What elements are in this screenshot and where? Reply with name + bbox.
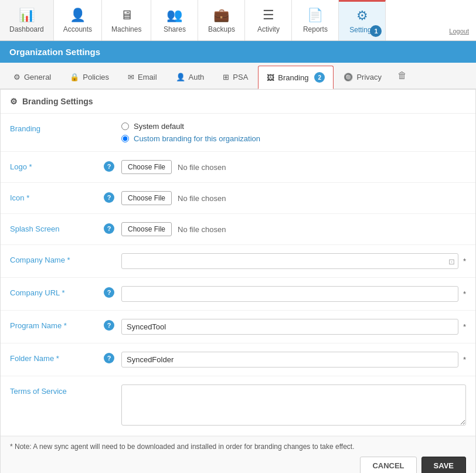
- privacy-tab-icon: 🔘: [344, 73, 353, 81]
- splash-choose-file-button[interactable]: Choose File: [121, 222, 172, 236]
- tab-psa[interactable]: ⊞ PSA: [214, 66, 257, 87]
- terms-field-row: Terms of Service: [1, 376, 475, 436]
- policies-tab-icon: 🔒: [70, 73, 79, 81]
- program-name-help-icon[interactable]: ?: [104, 320, 114, 331]
- nav-label-activity: Activity: [257, 25, 280, 33]
- email-tab-icon: ✉: [128, 73, 134, 81]
- splash-control: Choose File No file chosen: [121, 222, 466, 236]
- company-name-input-wrapper: ⊡: [121, 253, 458, 269]
- terms-label: Terms of Service: [10, 384, 104, 396]
- icon-control: Choose File No file chosen: [121, 191, 466, 205]
- folder-name-help: ?: [104, 352, 121, 363]
- icon-help-icon[interactable]: ?: [104, 192, 114, 203]
- folder-name-help-icon[interactable]: ?: [104, 353, 114, 363]
- footer-note: * Note: A new sync agent will need to be…: [10, 443, 466, 451]
- company-url-field-row: Company URL * ? *: [1, 278, 475, 311]
- logo-control: Choose File No file chosen: [121, 160, 466, 174]
- branding-label: Branding: [10, 122, 104, 133]
- company-url-input[interactable]: [121, 286, 458, 302]
- company-name-required-star: *: [463, 257, 466, 266]
- company-url-label: Company URL *: [10, 286, 104, 297]
- branding-tab-badge: 2: [314, 72, 325, 83]
- nav-item-machines[interactable]: 🖥 Machines: [102, 0, 151, 40]
- branding-field-row: Branding System default Custom branding …: [1, 114, 475, 152]
- tab-privacy[interactable]: 🔘 Privacy: [335, 66, 390, 87]
- logout-button[interactable]: Logout: [447, 26, 471, 36]
- logo-help: ?: [104, 160, 121, 172]
- auth-tab-icon: 👤: [176, 73, 185, 81]
- branding-tab-icon: 🖼: [267, 73, 274, 82]
- icon-help: ?: [104, 191, 121, 203]
- program-name-input-row: *: [121, 319, 466, 335]
- splash-help-icon[interactable]: ?: [104, 223, 114, 234]
- company-name-control: ⊡ *: [121, 253, 466, 269]
- company-name-input[interactable]: [121, 253, 458, 269]
- splash-help: ?: [104, 222, 121, 234]
- terms-textarea[interactable]: [121, 384, 466, 426]
- branding-settings-icon: ⚙: [10, 97, 18, 106]
- tab-general[interactable]: ⚙ General: [5, 66, 60, 87]
- nav-item-dashboard[interactable]: 📊 Dashboard: [0, 0, 54, 40]
- icon-choose-file-button[interactable]: Choose File: [121, 191, 172, 205]
- company-name-help-spacer: [104, 253, 121, 254]
- logout-area: Logout: [442, 0, 476, 40]
- backups-icon: 💼: [213, 8, 229, 23]
- tab-label-privacy: Privacy: [356, 73, 382, 81]
- nav-label-machines: Machines: [111, 25, 141, 33]
- system-default-label: System default: [134, 122, 184, 131]
- custom-branding-radio[interactable]: [121, 135, 129, 142]
- program-name-input[interactable]: [121, 319, 458, 335]
- tab-label-psa: PSA: [233, 73, 248, 81]
- logo-file-row: Choose File No file chosen: [121, 160, 466, 174]
- folder-name-input[interactable]: [121, 352, 458, 367]
- splash-label: Splash Screen: [10, 222, 104, 233]
- icon-no-file-text: No file chosen: [178, 194, 226, 203]
- top-navigation: 📊 Dashboard 👤 Accounts 🖥 Machines 👥 Shar…: [0, 0, 476, 41]
- company-url-help-icon[interactable]: ?: [104, 287, 114, 298]
- nav-label-accounts: Accounts: [63, 25, 92, 33]
- nav-item-backups[interactable]: 💼 Backups: [198, 0, 245, 40]
- program-name-help: ?: [104, 319, 121, 331]
- nav-item-accounts[interactable]: 👤 Accounts: [54, 0, 102, 40]
- logo-no-file-text: No file chosen: [178, 163, 226, 172]
- nav-item-reports[interactable]: 📄 Reports: [292, 0, 339, 40]
- tab-label-policies: Policies: [83, 73, 109, 81]
- settings-icon: ⚙: [356, 8, 368, 23]
- tab-email[interactable]: ✉ Email: [119, 66, 166, 87]
- nav-label-reports: Reports: [303, 25, 328, 33]
- logo-field-row: Logo * ? Choose File No file chosen: [1, 152, 475, 183]
- psa-tab-icon: ⊞: [223, 73, 229, 81]
- section-header: Organization Settings: [0, 41, 476, 63]
- folder-name-control: *: [121, 352, 466, 367]
- tab-label-email: Email: [138, 73, 157, 81]
- tab-label-general: General: [24, 73, 51, 81]
- system-default-option[interactable]: System default: [121, 122, 466, 131]
- dashboard-icon: 📊: [19, 8, 35, 23]
- nav-item-activity[interactable]: ☰ Activity: [245, 0, 292, 40]
- branding-options: System default Custom branding for this …: [121, 122, 466, 143]
- logo-help-icon[interactable]: ?: [104, 161, 114, 172]
- machines-icon: 🖥: [120, 8, 133, 23]
- tab-delete-button[interactable]: 🗑: [392, 64, 413, 87]
- company-name-field-row: Company Name * ⊡ *: [1, 245, 475, 278]
- logo-choose-file-button[interactable]: Choose File: [121, 160, 172, 174]
- icon-label: Icon *: [10, 191, 104, 202]
- nav-item-settings[interactable]: ⚙ Settings 1: [339, 0, 386, 40]
- tab-branding[interactable]: 🖼 Branding 2: [258, 66, 334, 89]
- tab-auth[interactable]: 👤 Auth: [167, 66, 213, 87]
- tab-label-branding: Branding: [278, 73, 308, 82]
- nav-item-shares[interactable]: 👥 Shares: [151, 0, 198, 40]
- cancel-button[interactable]: CANCEL: [360, 457, 416, 473]
- activity-icon: ☰: [263, 8, 274, 23]
- splash-field-row: Splash Screen ? Choose File No file chos…: [1, 214, 475, 245]
- tab-policies[interactable]: 🔒 Policies: [61, 66, 118, 87]
- company-name-input-row: ⊡ *: [121, 253, 466, 269]
- logo-label: Logo *: [10, 160, 104, 171]
- section-title: Organization Settings: [9, 47, 100, 57]
- splash-no-file-text: No file chosen: [178, 225, 226, 234]
- program-name-required-star: *: [463, 322, 466, 331]
- custom-branding-option[interactable]: Custom branding for this organization: [121, 134, 466, 143]
- icon-field-row: Icon * ? Choose File No file chosen: [1, 183, 475, 214]
- save-button[interactable]: SAVE: [421, 457, 466, 473]
- system-default-radio[interactable]: [121, 122, 129, 130]
